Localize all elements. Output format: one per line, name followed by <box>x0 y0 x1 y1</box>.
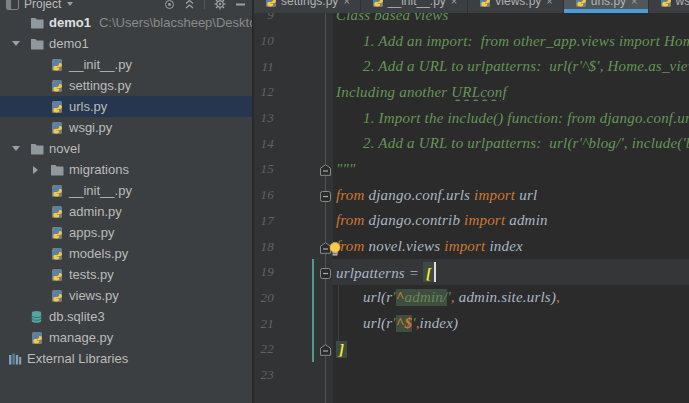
tree-item-__init__.py[interactable]: __init__.py <box>0 54 252 75</box>
python-file-icon <box>50 226 67 240</box>
editor-line-12: 12Including another URLconf <box>254 80 689 106</box>
code-text[interactable]: ] <box>336 341 689 358</box>
tree-item-demo1[interactable]: demo1C:\Users\blacsheep\Desktop\demo1 <box>0 12 252 33</box>
fold-marker-start[interactable] <box>320 266 331 283</box>
tree-item-models.py[interactable]: models.py <box>0 243 252 264</box>
settings-icon[interactable] <box>214 0 226 10</box>
fold-marker-end[interactable] <box>320 343 331 360</box>
tab-label: wsgi.py <box>676 0 689 8</box>
tab-label: settings.py <box>281 0 338 8</box>
tree-item-manage.py[interactable]: manage.py <box>0 327 252 348</box>
code-text[interactable]: url(r'^admin/', admin.site.urls), <box>336 289 689 306</box>
hide-panel-icon[interactable] <box>235 0 246 10</box>
editor-line-18: 18from novel.views import index <box>254 234 689 260</box>
line-number: 18 <box>254 239 301 255</box>
tab-settings.py[interactable]: settings.py× <box>254 0 361 13</box>
close-tab-icon[interactable]: × <box>546 0 552 7</box>
tab-urls.py[interactable]: urls.py× <box>564 0 649 13</box>
code-text[interactable]: 1. Import the include() function: from d… <box>336 110 689 127</box>
tree-item-label: admin.py <box>69 204 122 219</box>
close-tab-icon[interactable]: × <box>343 0 349 7</box>
scroll-from-source-icon[interactable] <box>164 0 175 10</box>
python-file-icon <box>478 0 495 8</box>
python-file-icon <box>264 0 281 8</box>
tree-item-settings.py[interactable]: settings.py <box>0 75 252 96</box>
editor-lines: 9Class based views101. Add an import: fr… <box>254 3 689 388</box>
intention-bulb-icon[interactable] <box>328 241 342 257</box>
code-text[interactable]: urlpatterns = [ <box>336 262 689 282</box>
project-tool-window-icon <box>6 0 19 10</box>
change-marker <box>312 259 314 285</box>
python-file-icon <box>30 331 47 345</box>
editor-line-20: 20url(r'^admin/', admin.site.urls), <box>254 285 689 311</box>
editor-line-21: 21url(r'^$',index) <box>254 311 689 337</box>
library-icon <box>8 352 25 366</box>
tree-item-migrations[interactable]: migrations <box>0 159 252 180</box>
code-text[interactable]: """ <box>336 161 689 178</box>
tree-item-novel[interactable]: novel <box>0 138 252 159</box>
code-text[interactable]: from django.conf.urls import url <box>336 187 689 204</box>
code-text[interactable]: Including another URLconf <box>336 84 689 101</box>
code-text[interactable]: url(r'^$',index) <box>336 315 689 332</box>
python-file-icon <box>574 0 591 8</box>
editor-line-17: 17from django.contrib import admin <box>254 208 689 234</box>
tree-item-label: migrations <box>69 162 129 177</box>
tab-__init__.py[interactable]: __init__.py× <box>361 0 468 13</box>
code-text[interactable]: 1. Add an import: from other_app.views i… <box>336 33 689 50</box>
text-caret <box>434 262 436 282</box>
tree-item-__init__.py[interactable]: __init__.py <box>0 180 252 201</box>
code-text[interactable]: 2. Add a URL to urlpatterns: url(r'^$', … <box>336 58 689 75</box>
close-tab-icon[interactable]: × <box>451 0 457 7</box>
code-text[interactable]: from django.contrib import admin <box>336 212 689 229</box>
line-number: 20 <box>254 290 301 306</box>
tree-item-label: demo1 <box>49 15 91 30</box>
tree-item-label: urls.py <box>69 99 107 114</box>
change-marker <box>312 336 314 362</box>
python-file-icon <box>50 205 67 219</box>
change-marker <box>312 285 314 311</box>
chevron-right-icon[interactable] <box>33 166 38 174</box>
collapse-all-icon[interactable] <box>184 0 195 10</box>
line-number: 12 <box>254 84 301 100</box>
tab-wsgi.py[interactable]: wsgi.py× <box>649 0 689 13</box>
tree-item-label: tests.py <box>69 267 114 282</box>
python-file-icon <box>50 184 67 198</box>
editor-line-16: 16from django.conf.urls import url <box>254 182 689 208</box>
editor-tabs: settings.py×__init__.py×views.py×urls.py… <box>254 0 689 13</box>
line-number: 16 <box>254 187 301 203</box>
chevron-down-icon[interactable] <box>67 2 73 6</box>
tree-item-urls.py[interactable]: urls.py <box>0 96 252 117</box>
chevron-down-icon[interactable] <box>12 146 20 151</box>
folder-icon <box>30 143 47 155</box>
project-tree: demo1C:\Users\blacsheep\Desktop\demo1dem… <box>0 12 252 369</box>
python-file-icon <box>50 58 67 72</box>
code-text[interactable]: 2. Add a URL to urlpatterns: url(r'^blog… <box>336 135 689 152</box>
tree-item-views.py[interactable]: views.py <box>0 285 252 306</box>
tree-item-label: novel <box>49 141 80 156</box>
tree-item-tests.py[interactable]: tests.py <box>0 264 252 285</box>
tree-item-label: __init__.py <box>69 57 132 72</box>
tree-item-apps.py[interactable]: apps.py <box>0 222 252 243</box>
python-file-icon <box>50 79 67 93</box>
tree-item-wsgi.py[interactable]: wsgi.py <box>0 117 252 138</box>
tree-item-external-libraries[interactable]: External Libraries <box>0 348 252 369</box>
fold-marker-end[interactable] <box>320 163 331 180</box>
tab-label: __init__.py <box>388 0 446 8</box>
folder-icon <box>30 38 47 50</box>
project-panel-title[interactable]: Project <box>24 0 61 11</box>
code-text[interactable]: from novel.views import index <box>336 238 689 255</box>
fold-marker-start[interactable] <box>320 189 331 206</box>
tree-item-label: views.py <box>69 288 119 303</box>
pycharm-window: Project demo1C:\Users\blacsheep\Desktop\… <box>0 0 689 403</box>
line-number: 23 <box>254 367 301 383</box>
tree-item-admin.py[interactable]: admin.py <box>0 201 252 222</box>
tree-item-demo1[interactable]: demo1 <box>0 33 252 54</box>
close-tab-icon[interactable]: × <box>631 0 637 7</box>
tree-item-db.sqlite3[interactable]: db.sqlite3 <box>0 306 252 327</box>
tab-label: views.py <box>495 0 541 8</box>
tab-views.py[interactable]: views.py× <box>468 0 563 13</box>
chevron-down-icon[interactable] <box>12 41 20 46</box>
tree-item-label: __init__.py <box>69 183 132 198</box>
folder-icon <box>50 164 67 176</box>
tab-label: urls.py <box>591 0 626 8</box>
